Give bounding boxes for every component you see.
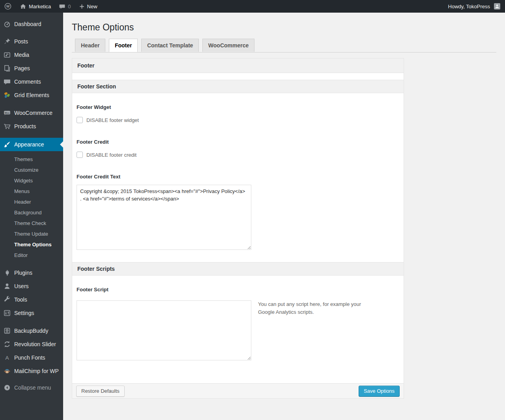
svg-text:Woo: Woo (5, 112, 10, 114)
sidebar-item-users[interactable]: Users (0, 279, 63, 293)
tab-header[interactable]: Header (75, 39, 105, 52)
tab-footer[interactable]: Footer (109, 39, 138, 52)
submenu-item-editor[interactable]: Editor (0, 250, 63, 261)
sidebar-item-products[interactable]: Products (0, 120, 63, 133)
footer-credit-text-label: Footer Credit Text (77, 174, 398, 180)
admin-bar: W Marketica 0 New Howdy, TokoPress (0, 0, 505, 13)
footer-scripts-heading: Footer Scripts (72, 262, 404, 276)
submenu-item-theme-update[interactable]: Theme Update (0, 229, 63, 239)
footer-script-textarea[interactable] (77, 300, 251, 360)
tab-woocommerce[interactable]: WooCommerce (202, 39, 254, 52)
footer-script-help-text: You can put any script here, for example… (258, 300, 378, 316)
sidebar-item-media[interactable]: Media (0, 48, 63, 62)
sidebar-item-label: BackupBuddy (14, 328, 48, 334)
users-icon (3, 282, 11, 290)
sidebar-item-plugins[interactable]: Plugins (0, 266, 63, 279)
sidebar-item-label: Revolution Slider (14, 341, 56, 347)
mailchimp-icon (3, 367, 11, 375)
products-icon (3, 122, 11, 130)
panel-spacer (72, 73, 404, 80)
sidebar-item-appearance[interactable]: Appearance (0, 138, 63, 151)
footer-scripts-body: Footer Script You can put any script her… (72, 276, 404, 383)
submenu-item-header[interactable]: Header (0, 197, 63, 207)
wordpress-logo-icon: W (4, 2, 12, 10)
sidebar-item-label: Products (14, 123, 36, 129)
sidebar-item-label: Settings (14, 310, 34, 316)
pages-icon (3, 64, 11, 72)
theme-options-panel: Footer Footer Section Footer Widget DISA… (72, 58, 404, 399)
sidebar-item-label: Appearance (14, 141, 44, 148)
collapse-menu-label: Collapse menu (14, 384, 51, 391)
disable-footer-widget-checkbox[interactable] (77, 117, 83, 123)
svg-text:A: A (5, 355, 9, 361)
wordpress-menu[interactable]: W (0, 0, 16, 13)
backupbuddy-icon (3, 327, 11, 335)
sidebar-item-label: Tools (14, 296, 27, 303)
comment-count: 0 (68, 4, 71, 9)
submenu-item-theme-options[interactable]: Theme Options (0, 239, 63, 250)
sidebar-item-label: Media (14, 52, 29, 58)
appearance-icon (3, 141, 11, 148)
comments-shortcut[interactable]: 0 (55, 0, 75, 13)
svg-text:W: W (6, 4, 10, 8)
media-icon (3, 51, 11, 59)
footer-credit-textarea[interactable]: Copyright &copy; 2015 TokoPress<span><a … (77, 185, 251, 250)
admin-sidebar: Dashboard Posts Media Pages Comment (0, 13, 63, 420)
comments-bubble-icon (59, 3, 65, 10)
footer-section-body: Footer Widget DISABLE footer widget Foot… (72, 93, 404, 262)
panel-footer-bar: Restore Defaults Save Options (72, 383, 404, 398)
sidebar-item-dashboard[interactable]: Dashboard (0, 17, 63, 31)
punch-fonts-icon: A (3, 354, 11, 362)
submenu-item-theme-check[interactable]: Theme Check (0, 218, 63, 229)
submenu-item-widgets[interactable]: Widgets (0, 175, 63, 186)
submenu-item-customize[interactable]: Customize (0, 165, 63, 175)
comments-icon (3, 78, 11, 86)
sidebar-item-mailchimp[interactable]: MailChimp for WP (0, 364, 63, 378)
save-options-button[interactable]: Save Options (359, 386, 400, 397)
sidebar-item-label: Users (14, 283, 29, 289)
submenu-item-menus[interactable]: Menus (0, 186, 63, 197)
sidebar-item-label: Grid Elements (14, 92, 49, 98)
sidebar-item-pages[interactable]: Pages (0, 62, 63, 75)
disable-footer-credit-text[interactable]: DISABLE footer credit (86, 152, 137, 158)
sidebar-item-settings[interactable]: Settings (0, 306, 63, 320)
sidebar-item-label: Punch Fonts (14, 354, 45, 361)
sidebar-item-label: Comments (14, 79, 41, 85)
footer-script-label: Footer Script (77, 287, 398, 292)
panel-title: Footer (72, 58, 404, 73)
submenu-item-background[interactable]: Background (0, 207, 63, 218)
sidebar-item-punch-fonts[interactable]: A Punch Fonts (0, 351, 63, 364)
howdy-account-link[interactable]: Howdy, TokoPress (447, 0, 491, 13)
sidebar-item-label: WooCommerce (14, 110, 52, 116)
new-content-menu[interactable]: New (75, 0, 101, 13)
disable-footer-widget-text[interactable]: DISABLE footer widget (86, 117, 139, 123)
wordpress-admin-screen: W Marketica 0 New Howdy, TokoPress (0, 0, 505, 420)
sidebar-item-grid-elements[interactable]: Grid Elements (0, 88, 63, 102)
new-label: New (87, 4, 97, 9)
disable-footer-credit-checkbox[interactable] (77, 152, 83, 158)
home-icon (20, 3, 26, 10)
site-name-link[interactable]: Marketica (16, 0, 55, 13)
sidebar-item-comments[interactable]: Comments (0, 75, 63, 88)
settings-icon (3, 309, 11, 317)
tab-bar: Header Footer Contact Template WooCommer… (72, 39, 496, 52)
sidebar-item-label: Dashboard (14, 21, 41, 27)
collapse-menu-button[interactable]: Collapse menu (0, 381, 63, 394)
sidebar-item-backupbuddy[interactable]: BackupBuddy (0, 324, 63, 338)
restore-defaults-button[interactable]: Restore Defaults (76, 386, 125, 397)
sidebar-item-revolution-slider[interactable]: Revolution Slider (0, 338, 63, 351)
howdy-label: Howdy, TokoPress (448, 4, 490, 9)
woocommerce-icon: Woo (3, 109, 11, 117)
sidebar-item-woocommerce[interactable]: Woo WooCommerce (0, 106, 63, 120)
sidebar-item-label: Pages (14, 65, 30, 71)
appearance-submenu: Themes Customize Widgets Menus Header Ba… (0, 151, 63, 263)
footer-credit-label: Footer Credit (77, 139, 398, 145)
tab-contact-template[interactable]: Contact Template (141, 39, 199, 52)
site-name-label: Marketica (29, 4, 51, 9)
page-title: Theme Options (72, 22, 496, 33)
sidebar-item-tools[interactable]: Tools (0, 293, 63, 306)
submenu-item-themes[interactable]: Themes (0, 154, 63, 165)
revolution-slider-icon (3, 340, 11, 348)
sidebar-item-posts[interactable]: Posts (0, 35, 63, 48)
avatar[interactable] (494, 3, 500, 9)
